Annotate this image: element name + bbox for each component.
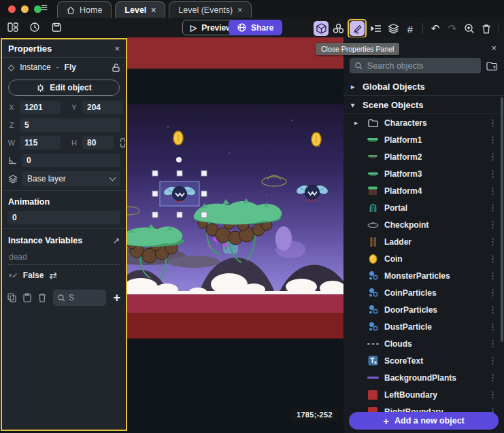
tab-level[interactable]: Level ×	[115, 1, 165, 18]
row-menu-icon[interactable]: ⋮	[488, 237, 497, 247]
object-row-characters[interactable]: ▸ Characters ⋮	[343, 114, 504, 131]
close-tab-icon[interactable]: ×	[151, 5, 156, 15]
height-input[interactable]	[82, 136, 114, 150]
row-menu-icon[interactable]: ⋮	[488, 118, 497, 128]
variables-search[interactable]	[53, 290, 106, 306]
instances-group-icon[interactable]	[331, 21, 346, 36]
object-row-scoretext[interactable]: ScoreText ⋮	[343, 352, 504, 369]
minimize-window-button[interactable]	[21, 5, 29, 13]
tab-level-events[interactable]: Level (Events) ×	[169, 1, 252, 18]
row-menu-icon[interactable]: ⋮	[488, 271, 497, 281]
save-icon[interactable]	[49, 20, 64, 35]
add-object-label: Add a new object	[394, 416, 465, 426]
edit-properties-icon[interactable]	[350, 21, 365, 36]
toggle-value-icon[interactable]: ⇄	[49, 270, 57, 281]
row-menu-icon[interactable]: ⋮	[488, 152, 497, 162]
row-menu-icon[interactable]: ⋮	[488, 254, 497, 264]
group-scene-objects[interactable]: ▾ Scene Objects	[343, 96, 504, 114]
object-row-ladder[interactable]: Ladder ⋮	[343, 233, 504, 250]
variable-name[interactable]: dead	[8, 251, 120, 265]
plus-icon: +	[383, 415, 389, 427]
delete-variable-icon[interactable]	[38, 293, 46, 302]
open-variables-icon[interactable]: ↗	[113, 235, 120, 245]
row-menu-icon[interactable]: ⋮	[488, 389, 497, 400]
angle-input[interactable]	[22, 154, 120, 167]
close-window-button[interactable]	[8, 5, 16, 13]
add-variable-button[interactable]: +	[113, 291, 120, 305]
add-object-button[interactable]: + Add a new object	[349, 412, 499, 430]
aspect-link-icon[interactable]	[118, 138, 128, 148]
share-button[interactable]: Share	[229, 20, 282, 35]
tab-home[interactable]: Home	[57, 1, 112, 18]
copy-icon[interactable]	[7, 293, 16, 302]
object-row-coin[interactable]: Coin ⋮	[343, 250, 504, 267]
width-input[interactable]	[20, 136, 61, 150]
object-row-platform1[interactable]: Platform1 ⋮	[343, 131, 504, 148]
row-menu-icon[interactable]: ⋮	[488, 220, 497, 230]
close-tab-icon[interactable]: ×	[237, 5, 242, 15]
object-row-monsterparticles[interactable]: MonsterParticles ⋮	[343, 267, 504, 284]
main-menu-icon[interactable]: ≡	[41, 1, 48, 15]
row-menu-icon[interactable]: ⋮	[488, 339, 497, 349]
object-row-dustparticle[interactable]: DustParticle ⋮	[343, 318, 504, 335]
add-folder-icon[interactable]	[486, 61, 498, 71]
scene-canvas[interactable]: 1785;-252	[127, 37, 343, 433]
project-panels-icon[interactable]	[5, 20, 20, 35]
row-menu-icon[interactable]: ⋮	[488, 135, 497, 145]
titlebar: ≡ Home Level × Level (Events) ×	[0, 0, 504, 18]
redo-icon[interactable]: ↷	[445, 21, 460, 36]
edit-object-button[interactable]: Edit object	[8, 80, 120, 96]
grid-icon[interactable]: #	[403, 21, 418, 36]
undo-icon[interactable]: ↶	[428, 21, 443, 36]
object-row-coinparticles[interactable]: CoinParticles ⋮	[343, 284, 504, 301]
history-icon[interactable]	[27, 20, 42, 35]
object-row-doorparticles[interactable]: DoorParticles ⋮	[343, 301, 504, 318]
rotation-handle[interactable]	[176, 157, 182, 162]
object-row-portal[interactable]: Portal ⋮	[343, 199, 504, 216]
close-objects-icon[interactable]: ×	[491, 43, 497, 53]
animation-input[interactable]	[7, 211, 120, 224]
z-input[interactable]	[20, 118, 120, 132]
row-menu-icon[interactable]: ⋮	[488, 373, 497, 383]
objects-search[interactable]	[350, 58, 481, 73]
object-row-platform4[interactable]: Platform4 ⋮	[343, 182, 504, 199]
row-menu-icon[interactable]: ⋮	[488, 288, 497, 298]
divider	[2, 228, 126, 229]
y-input[interactable]	[82, 101, 123, 114]
row-menu-icon[interactable]: ⋮	[488, 356, 497, 366]
properties-title: Properties	[8, 44, 52, 54]
row-menu-icon[interactable]: ⋮	[488, 203, 497, 213]
instance-variables-title: Instance Variables	[8, 236, 82, 245]
row-menu-icon[interactable]: ⋮	[488, 305, 497, 315]
object-row-checkpoint[interactable]: Checkpoint ⋮	[343, 216, 504, 233]
row-menu-icon[interactable]: ⋮	[488, 322, 497, 332]
checkpoint-icon	[367, 220, 379, 230]
variable-value[interactable]: False	[23, 271, 44, 280]
objects-search-input[interactable]	[367, 61, 475, 71]
properties-header: Properties ×	[2, 39, 126, 58]
row-menu-icon[interactable]: ⋮	[488, 169, 497, 179]
paste-icon[interactable]	[23, 293, 31, 302]
platform-icon	[367, 135, 379, 145]
layer-select[interactable]: Base layer	[22, 171, 120, 186]
group-global-objects[interactable]: ▸ Global Objects	[343, 77, 504, 96]
object-row-leftboundary[interactable]: LeftBoundary ⋮	[343, 386, 504, 403]
3d-view-icon[interactable]	[314, 21, 329, 36]
caret-right-icon[interactable]: ▸	[354, 119, 361, 126]
objects-scrollbar[interactable]	[501, 97, 503, 342]
object-row-clouds[interactable]: Clouds ⋮	[343, 335, 504, 352]
object-row-platform2[interactable]: Platform2 ⋮	[343, 148, 504, 165]
layers-icon[interactable]	[386, 21, 401, 36]
object-row-platform3[interactable]: Platform3 ⋮	[343, 165, 504, 182]
x-input[interactable]	[20, 101, 61, 114]
width-label: W	[7, 139, 16, 147]
variables-search-input[interactable]	[69, 293, 85, 302]
delete-icon[interactable]	[479, 21, 494, 36]
row-menu-icon[interactable]: ⋮	[488, 186, 497, 196]
toggle-instances-list-icon[interactable]	[369, 21, 384, 36]
object-row-backgroundplants[interactable]: BackgroundPlants ⋮	[343, 369, 504, 386]
close-properties-icon[interactable]: ×	[114, 44, 120, 54]
zoom-in-icon[interactable]	[462, 21, 477, 36]
ladder-icon	[367, 237, 379, 247]
lock-open-icon[interactable]	[112, 63, 120, 72]
